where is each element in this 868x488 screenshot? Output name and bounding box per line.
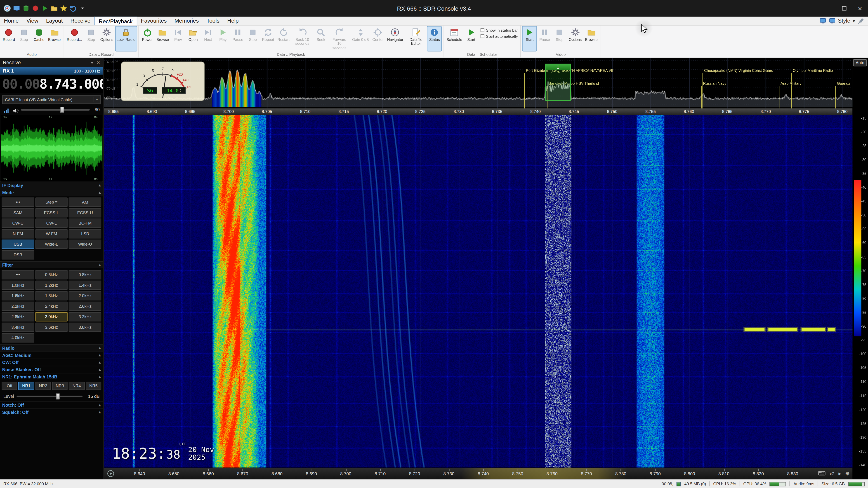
logo-icon[interactable]: [3, 4, 11, 12]
zoom-in-icon[interactable]: ⊕: [845, 470, 850, 477]
section-filter[interactable]: Filter ▴: [0, 261, 103, 268]
mode-collapse-icon[interactable]: ▴: [99, 190, 101, 195]
if-display-collapse-icon[interactable]: ▴: [99, 183, 101, 188]
menu-tab-memories[interactable]: Memories: [170, 17, 203, 25]
style-caret-icon[interactable]: ▾: [852, 18, 855, 24]
close-button[interactable]: ✕: [852, 0, 868, 17]
mode-usb-button[interactable]: USB: [2, 239, 34, 249]
panel-close-icon[interactable]: ✕: [96, 60, 100, 65]
menu-tab-rec-playback[interactable]: Rec/Playback: [94, 17, 137, 25]
nr-nr3-button[interactable]: NR3: [52, 382, 68, 390]
nr-level-slider[interactable]: [17, 396, 83, 397]
mode-am-button[interactable]: AM: [69, 197, 101, 207]
filter--button[interactable]: •••: [2, 270, 34, 280]
ribbon-navigator-button[interactable]: Navigator: [385, 26, 405, 52]
nr-level-thumb[interactable]: [56, 393, 60, 399]
radio-row-noise-blanker-off[interactable]: Noise Blanker: Off▴: [0, 366, 103, 373]
waterfall-scroll-button[interactable]: [107, 470, 115, 477]
dual-monitor-icon[interactable]: [829, 17, 836, 24]
ribbon-play-button[interactable]: Play: [215, 26, 230, 52]
undo-icon[interactable]: [69, 4, 77, 12]
nr-nr5-button[interactable]: NR5: [86, 382, 101, 390]
ribbon-record-button[interactable]: Record: [1, 26, 17, 52]
layout-monitor-icon[interactable]: [819, 17, 827, 24]
ribbon-next-button[interactable]: Next: [200, 26, 215, 52]
ribbon-stop-button[interactable]: Stop: [246, 26, 260, 52]
ribbon-open-button[interactable]: Open: [186, 26, 200, 52]
checkbox-show-in-status-bar[interactable]: Show in status bar: [480, 28, 518, 32]
ribbon-start-button[interactable]: Start: [464, 26, 479, 52]
menu-tab-favourites[interactable]: Favourites: [137, 17, 170, 25]
filter-1-6khz-button[interactable]: 1.6kHz: [2, 291, 34, 300]
ribbon-browse-button[interactable]: Browse: [46, 26, 62, 52]
spectrum-canvas[interactable]: [104, 58, 852, 108]
radio-row-nr1-ephraim-malah-15db[interactable]: NR1: Ephraim Malah 15dB▴: [0, 373, 103, 380]
nr-nr4-button[interactable]: NR4: [69, 382, 84, 390]
notch-row[interactable]: Notch: Off ▴: [0, 401, 103, 409]
waterfall-display[interactable]: UTC 18:23:38 20 Nov 2025: [104, 115, 852, 467]
ribbon-schedule-button[interactable]: Schedule: [445, 26, 464, 52]
star-icon[interactable]: [60, 4, 67, 12]
play-icon[interactable]: [41, 4, 49, 12]
collapse-icon[interactable]: ▴: [99, 367, 101, 372]
minimize-button[interactable]: ─: [820, 0, 836, 17]
caret-icon[interactable]: [79, 4, 86, 12]
filter-3-0khz-button[interactable]: 3.0kHz: [35, 312, 68, 322]
audio-device-select[interactable]: CABLE Input (VB-Audio Virtual Cable) ▾: [2, 95, 101, 104]
collapse-icon[interactable]: ▴: [99, 375, 101, 379]
mode-ecss-u-button[interactable]: ECSS-U: [69, 208, 101, 218]
mode-dsb-button[interactable]: DSB: [2, 250, 34, 260]
filter-3-6khz-button[interactable]: 3.6kHz: [35, 323, 68, 332]
pin-icon[interactable]: [857, 17, 865, 24]
ribbon-cache-button[interactable]: Cache: [31, 26, 46, 52]
radio-row-cw-off[interactable]: CW: Off▴: [0, 359, 103, 366]
squelch-row[interactable]: Squelch: Off ▴: [0, 408, 103, 416]
ribbon-pause-button[interactable]: Pause: [537, 26, 552, 52]
mode-cw-u-button[interactable]: CW-U: [2, 219, 34, 228]
panel-menu-icon[interactable]: ▾: [91, 60, 93, 65]
volume-slider-thumb[interactable]: [60, 106, 64, 112]
mode-n-fm-button[interactable]: N-FM: [2, 229, 34, 238]
ribbon-record-button[interactable]: Record...: [65, 26, 84, 52]
volume-slider[interactable]: [21, 109, 90, 110]
filter-2-0khz-button[interactable]: 2.0kHz: [69, 291, 101, 300]
filter-3-4khz-button[interactable]: 3.4kHz: [2, 323, 34, 332]
nr-nr2-button[interactable]: NR2: [35, 382, 51, 390]
nr-nr1-button[interactable]: NR1: [19, 382, 34, 390]
ribbon-seek-button[interactable]: Seek: [313, 26, 328, 52]
ribbon-forward-10-seconds-button[interactable]: Forward 10 seconds: [329, 26, 350, 52]
ribbon-status-button[interactable]: Status: [427, 26, 442, 52]
filter-4-0khz-button[interactable]: 4.0kHz: [2, 333, 34, 343]
menu-tab-layout[interactable]: Layout: [42, 17, 67, 25]
nr-off-button[interactable]: Off: [2, 382, 17, 390]
zoom-level-label[interactable]: x2: [830, 470, 835, 476]
filter-0-6khz-button[interactable]: 0.6kHz: [35, 270, 68, 280]
ribbon-back-10-seconds-button[interactable]: Back 10 seconds: [291, 26, 313, 52]
radio-collapse-icon[interactable]: ▴: [99, 346, 101, 350]
ribbon-stop-button[interactable]: Stop: [84, 26, 98, 52]
filter-2-2khz-button[interactable]: 2.2kHz: [2, 302, 34, 311]
ribbon-start-button[interactable]: Start: [522, 26, 537, 52]
ribbon-prev-button[interactable]: Prev: [170, 26, 186, 52]
ribbon-datafile-editor-button[interactable]: Datafile Editor: [405, 26, 427, 52]
ribbon-browse-button[interactable]: Browse: [583, 26, 599, 52]
spectrum-frequency-scale[interactable]: 8.6858.6908.6958.7008.7058.7108.7158.720…: [104, 108, 852, 115]
spectrum-display[interactable]: -40 dBm-50 dBm-60 dBm-70 dBm-80 dBm Port…: [104, 58, 852, 108]
filter-1-8khz-button[interactable]: 1.8kHz: [35, 291, 68, 300]
frequency-display[interactable]: 00.008.743.000: [0, 75, 103, 93]
menu-tab-home[interactable]: Home: [0, 17, 23, 25]
ribbon-restart-button[interactable]: Restart: [276, 26, 291, 52]
ribbon-pause-button[interactable]: Pause: [230, 26, 245, 52]
ribbon-repeat-button[interactable]: Repeat: [260, 26, 276, 52]
radio-row-agc-medium[interactable]: AGC: Medium▴: [0, 351, 103, 359]
tuning-selection-box[interactable]: 1: [545, 64, 571, 101]
squelch-collapse-icon[interactable]: ▴: [99, 410, 101, 415]
section-radio[interactable]: Radio ▴: [0, 344, 103, 351]
mode-bc-fm-button[interactable]: BC-FM: [69, 219, 101, 228]
menu-tab-help[interactable]: Help: [223, 17, 243, 25]
tuning-selection-tab[interactable]: 1: [546, 64, 570, 70]
band-frequency-bar[interactable]: 8.6408.6508.6608.6708.6808.6908.7008.710…: [104, 467, 852, 479]
collapse-icon[interactable]: ▴: [99, 360, 101, 365]
keyboard-entry-icon[interactable]: [817, 469, 826, 478]
ribbon-lock-radio-button[interactable]: Lock Radio: [115, 26, 137, 52]
